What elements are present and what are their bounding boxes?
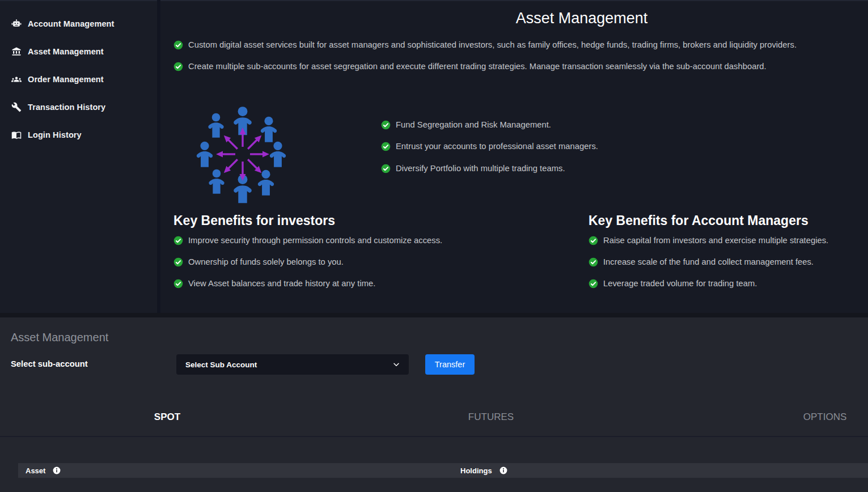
section-divider — [0, 313, 868, 317]
info-icon[interactable] — [499, 466, 507, 474]
benefits-managers-title: Key Benefits for Account Managers — [588, 213, 808, 228]
sidebar-item-account-management[interactable]: Account Management — [0, 10, 157, 37]
feature-point-text: Fund Segregation and Risk Management. — [396, 120, 551, 129]
sidebar-item-login-history[interactable]: Login History — [0, 121, 157, 149]
check-icon — [173, 236, 183, 245]
radiating-arrows — [216, 128, 269, 181]
sub-account-select[interactable]: Select Sub Account — [176, 354, 409, 375]
benefit-point-text: Raise capital from investors and exercis… — [603, 236, 828, 245]
check-icon — [173, 40, 183, 50]
benefit-point: Improve security through permission cont… — [173, 235, 442, 246]
panel-title: Asset Management — [11, 331, 108, 344]
check-icon — [381, 120, 391, 130]
asset-management-page: Account Management Asset Management Orde… — [0, 0, 868, 492]
benefit-point: Leverage traded volume for trading team. — [588, 278, 757, 289]
check-icon — [381, 164, 391, 173]
benefit-point-text: Improve security through permission cont… — [188, 236, 442, 245]
intro-point: Create multiple sub-accounts for asset s… — [173, 61, 767, 72]
sidebar-divider — [157, 0, 160, 313]
sidebar-item-label: Transaction History — [28, 103, 105, 112]
sidebar-item-asset-management[interactable]: Asset Management — [0, 37, 157, 65]
select-sub-account-label: Select sub-account — [11, 359, 88, 368]
benefit-point-text: Leverage traded volume for trading team. — [603, 279, 757, 288]
benefit-point-text: Ownership of funds solely belongs to you… — [188, 257, 344, 266]
feature-point: Entrust your accounts to professional as… — [381, 141, 598, 152]
check-icon — [173, 279, 183, 289]
tabs-divider-line — [0, 436, 868, 437]
column-asset: Asset — [26, 463, 61, 478]
benefit-point-text: View Asset balances and trade history at… — [188, 279, 375, 288]
benefit-point: Ownership of funds solely belongs to you… — [173, 256, 344, 268]
feature-point-text: Diversify Portfolio with multiple tradin… — [396, 164, 565, 173]
people-network-illustration — [183, 107, 303, 204]
sidebar-item-label: Account Management — [28, 19, 114, 28]
asset-management-panel: Asset Management Select sub-account Sele… — [0, 317, 868, 492]
benefit-point-text: Increase scale of the fund and collect m… — [603, 257, 814, 266]
tab-futures[interactable]: FUTURES — [451, 412, 531, 423]
sidebar-item-label: Asset Management — [28, 47, 104, 56]
check-icon — [173, 257, 183, 267]
check-icon — [381, 142, 391, 151]
feature-point: Diversify Portfolio with multiple tradin… — [381, 163, 565, 174]
intro-point: Custom digital asset services built for … — [173, 39, 797, 50]
holdings-table-header: Asset Holdings — [18, 463, 868, 478]
feature-point: Fund Segregation and Risk Management. — [381, 119, 551, 130]
tab-options[interactable]: OPTIONS — [785, 412, 865, 423]
check-icon — [173, 62, 183, 71]
sidebar-item-label: Login History — [28, 130, 82, 139]
page-title: Asset Management — [160, 10, 868, 27]
sub-account-select-value: Select Sub Account — [185, 360, 392, 369]
intro-point-text: Create multiple sub-accounts for asset s… — [188, 62, 767, 71]
people-group-icon — [11, 74, 22, 84]
sidebar-item-label: Order Management — [28, 75, 104, 84]
benefit-point: View Asset balances and trade history at… — [173, 278, 375, 289]
check-icon — [588, 279, 598, 289]
sidebar: Account Management Asset Management Orde… — [0, 1, 157, 313]
column-holdings: Holdings — [460, 463, 507, 478]
info-icon[interactable] — [53, 466, 61, 474]
chevron-down-icon — [392, 360, 401, 369]
check-icon — [588, 236, 598, 245]
bank-icon — [11, 46, 22, 57]
benefits-investors-title: Key Benefits for investors — [173, 213, 335, 228]
wrench-icon — [11, 102, 22, 112]
intro-point-text: Custom digital asset services built for … — [188, 40, 797, 49]
asset-column-label: Asset — [26, 466, 45, 475]
benefit-point: Increase scale of the fund and collect m… — [588, 256, 814, 268]
open-book-icon — [11, 130, 22, 140]
robot-icon — [11, 19, 22, 29]
check-icon — [588, 257, 598, 267]
transfer-button[interactable]: Transfer — [425, 354, 475, 375]
sidebar-item-transaction-history[interactable]: Transaction History — [0, 93, 157, 121]
holdings-column-label: Holdings — [460, 466, 492, 475]
feature-point-text: Entrust your accounts to professional as… — [396, 142, 598, 151]
person-figures — [197, 107, 286, 203]
benefit-point: Raise capital from investors and exercis… — [588, 235, 828, 246]
sidebar-item-order-management[interactable]: Order Management — [0, 65, 157, 93]
tab-spot[interactable]: SPOT — [128, 412, 207, 423]
